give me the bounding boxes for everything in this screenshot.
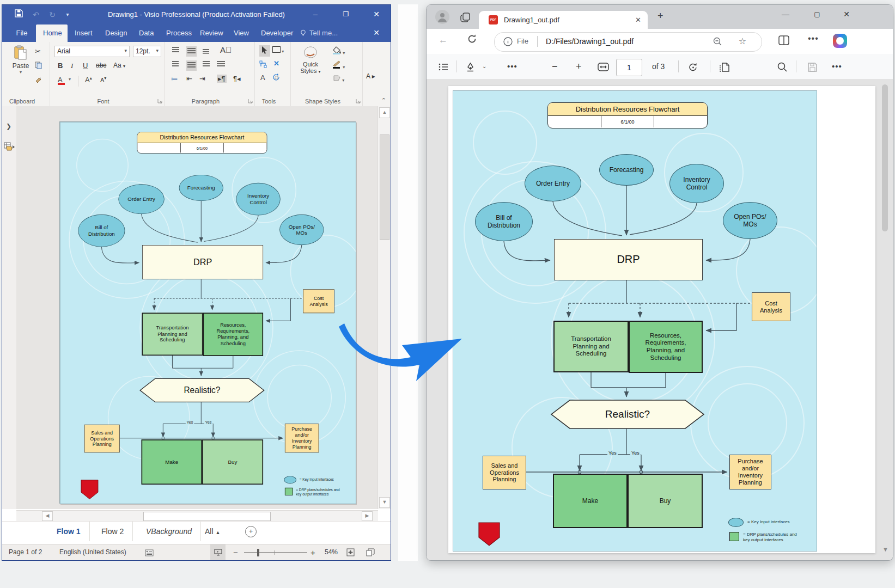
node-forecasting[interactable]: Forecasting xyxy=(179,175,223,201)
copilot-icon[interactable] xyxy=(833,34,847,48)
text-direction-icon[interactable]: A⃕ xyxy=(220,45,232,54)
font-color-caret-icon[interactable]: ▾ xyxy=(69,77,71,82)
pdf-scrollbar-thumb[interactable] xyxy=(882,84,888,231)
zoom-indicator-icon[interactable] xyxy=(713,37,722,46)
pdf-scroll-down-icon[interactable]: ▼ xyxy=(882,546,888,553)
increase-indent-icon[interactable]: ⇥ xyxy=(199,75,205,83)
browser-menu-icon[interactable]: ••• xyxy=(808,34,819,44)
node-realistic[interactable]: Realistic? xyxy=(140,378,264,402)
fit-page-button[interactable] xyxy=(346,544,355,560)
bullets-icon[interactable]: ≔ xyxy=(171,75,178,83)
scroll-down-icon[interactable]: ▼ xyxy=(379,497,390,508)
align-middle-icon[interactable] xyxy=(186,46,197,57)
align-left-icon[interactable] xyxy=(172,60,179,69)
node-sales[interactable]: Sales and Operations Planning xyxy=(84,425,120,452)
add-page-button[interactable]: + xyxy=(245,526,257,537)
pen-caret-icon[interactable]: ⌄ xyxy=(482,54,486,79)
page-tab-flow-2[interactable]: Flow 2 xyxy=(93,522,133,541)
info-icon[interactable] xyxy=(503,37,513,46)
horizontal-scrollbar[interactable]: ◀ ▶ xyxy=(16,510,378,522)
node-transportation[interactable]: Transportation Planning and Scheduling xyxy=(142,313,203,356)
maximize-button[interactable]: ❐ xyxy=(333,5,358,24)
font-dialog-launcher-icon[interactable] xyxy=(157,99,162,103)
redo-icon[interactable]: ↻ xyxy=(45,5,60,24)
page-tab-vbackground[interactable]: VBackground xyxy=(137,522,201,541)
close-document-icon[interactable]: ✕ xyxy=(364,24,389,42)
pdf-save-icon[interactable] xyxy=(808,54,817,79)
node-make[interactable]: Make xyxy=(142,439,202,485)
undo-icon[interactable]: ↶ xyxy=(28,5,44,24)
status-language[interactable]: English (United States) xyxy=(59,544,126,560)
all-pages-button[interactable]: All ▲ xyxy=(196,522,229,541)
switch-windows-button[interactable] xyxy=(366,544,375,560)
node-buy[interactable]: Buy xyxy=(202,439,263,485)
strikethrough-button[interactable]: abc xyxy=(96,62,106,69)
macro-record-icon[interactable] xyxy=(145,544,154,560)
rotate-tool-icon[interactable] xyxy=(272,74,281,83)
justify-icon[interactable] xyxy=(217,60,225,69)
node-open-pos-mos[interactable]: Open POs/ MOs xyxy=(279,215,324,245)
browser-maximize-button[interactable]: ▢ xyxy=(805,5,830,24)
pdf-zoom-out-icon[interactable]: − xyxy=(552,54,558,79)
stencil-icon[interactable] xyxy=(4,142,15,153)
draw-pen-icon[interactable] xyxy=(466,54,475,79)
workspaces-icon[interactable] xyxy=(460,13,471,24)
flowchart-visio[interactable]: Distribution Resources Flowchart6/1/00Or… xyxy=(60,122,356,504)
menu-tab-developer[interactable]: Developer xyxy=(254,24,295,42)
scroll-right-icon[interactable]: ▶ xyxy=(362,511,373,521)
flowchart-title-block[interactable]: Distribution Resources Flowchart6/1/00 xyxy=(137,132,267,154)
profile-avatar[interactable] xyxy=(435,10,449,24)
presentation-mode-button[interactable] xyxy=(210,544,226,560)
zoom-slider-thumb[interactable] xyxy=(257,549,259,556)
zoom-in-button[interactable]: + xyxy=(310,544,315,560)
bold-button[interactable]: B xyxy=(58,62,63,70)
visio-canvas[interactable]: Distribution Resources Flowchart6/1/00Or… xyxy=(16,106,378,509)
effects-icon[interactable]: ▾ xyxy=(332,75,344,83)
ribbon-collapse-icon[interactable]: ⌃ xyxy=(381,97,386,104)
fill-color-icon[interactable]: ▾ xyxy=(332,46,345,56)
menu-tab-file[interactable]: File xyxy=(8,24,36,42)
drawing-page[interactable]: Distribution Resources Flowchart6/1/00Or… xyxy=(59,121,356,504)
minimize-button[interactable]: – xyxy=(303,5,328,24)
font-color-button[interactable]: A xyxy=(58,76,65,85)
menu-tab-home[interactable]: Home xyxy=(36,24,68,42)
split-screen-icon[interactable] xyxy=(778,35,789,47)
zoom-out-button[interactable]: − xyxy=(233,544,238,560)
delete-tool-icon[interactable]: ✕ xyxy=(273,59,279,68)
connector-tool-icon[interactable] xyxy=(259,60,267,70)
vertical-scrollbar[interactable]: ▲ ▼ xyxy=(378,106,391,509)
paste-button[interactable]: Paste ▾ xyxy=(10,45,32,75)
browser-close-button[interactable]: ✕ xyxy=(834,5,859,24)
paragraph-rtl-icon[interactable]: ¶◂ xyxy=(233,75,241,83)
shrink-font-button[interactable]: A▾ xyxy=(100,76,106,83)
quick-styles-button[interactable]: Quick Styles ▾ xyxy=(295,45,326,75)
toc-icon[interactable] xyxy=(439,54,448,79)
page-number-input[interactable] xyxy=(616,59,642,76)
font-size-combo[interactable]: 12pt.▾ xyxy=(133,46,161,57)
menu-tab-design[interactable]: Design xyxy=(98,24,132,42)
address-bar[interactable]: File D:/Files/Drawing1_out.pdf ☆ xyxy=(494,32,762,52)
node-purchase[interactable]: Purchase and/or Inventory Planning xyxy=(285,424,319,452)
save-icon[interactable] xyxy=(11,5,26,24)
ribbon-overflow-icon[interactable]: A ▸ xyxy=(366,72,375,80)
rotate-pages-icon[interactable] xyxy=(688,54,698,79)
paragraph-ltr-icon[interactable]: ▸¶ xyxy=(217,75,227,83)
zoom-percent[interactable]: 54% xyxy=(325,544,338,560)
address-url[interactable]: D:/Files/Drawing1_out.pdf xyxy=(546,33,634,50)
underline-button[interactable]: U xyxy=(83,62,88,70)
node-drp[interactable]: DRP xyxy=(142,245,263,279)
favorite-star-icon[interactable]: ☆ xyxy=(739,33,746,50)
paragraph-dialog-launcher-icon[interactable] xyxy=(248,99,253,103)
shape-styles-dialog-launcher-icon[interactable] xyxy=(356,99,361,103)
menu-tab-process[interactable]: Process xyxy=(159,24,193,42)
refresh-icon[interactable] xyxy=(467,34,477,46)
zoom-slider-track[interactable] xyxy=(244,552,307,553)
cut-icon[interactable]: ✂ xyxy=(35,47,41,56)
align-center-icon[interactable] xyxy=(186,60,197,71)
node-cost-analysis[interactable]: Cost Analysis xyxy=(303,289,334,313)
italic-button[interactable]: I xyxy=(71,62,73,70)
tell-me-box[interactable]: Tell me... xyxy=(300,24,338,42)
menu-tab-insert[interactable]: Insert xyxy=(68,24,98,42)
vscroll-thumb[interactable] xyxy=(380,134,389,240)
copy-icon[interactable] xyxy=(35,62,42,71)
